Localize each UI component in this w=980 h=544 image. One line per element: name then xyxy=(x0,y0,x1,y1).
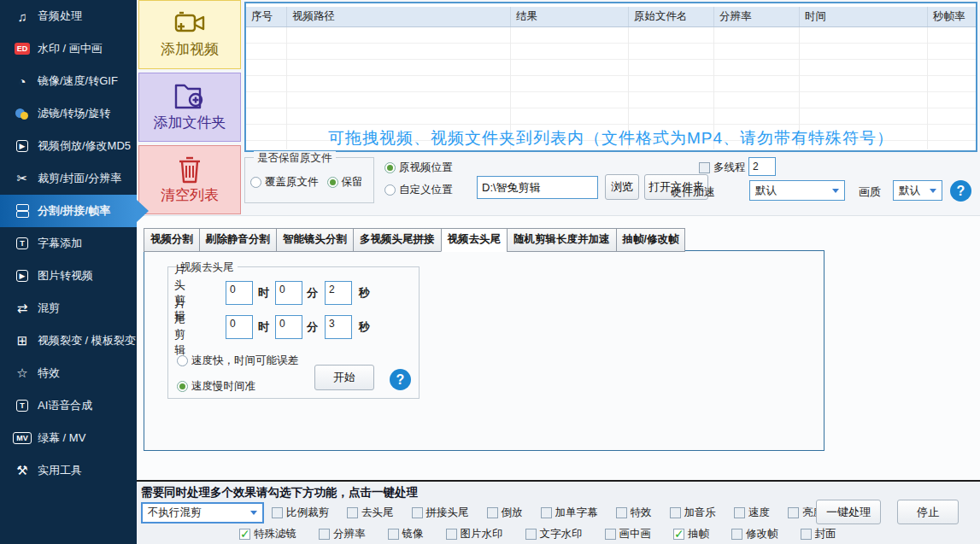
clear-list-label: 清空列表 xyxy=(161,185,219,205)
mix-mode-select[interactable]: 不执行混剪 xyxy=(141,502,264,524)
chevron-down-icon xyxy=(930,189,936,193)
help-icon[interactable]: ? xyxy=(390,369,411,390)
head-minute-input[interactable]: 0 xyxy=(275,281,302,305)
trim-group: 视频去头尾 片头剪辑 0 时 0 分 2 秒 片尾剪辑 0 时 0 分 3 秒 xyxy=(167,266,420,399)
column-header-resolution[interactable]: 分辨率 xyxy=(714,7,800,26)
sidebar-item-split-join-framerate[interactable]: 分割/拼接/帧率 xyxy=(0,195,137,227)
checkbox-frame-extract[interactable]: 抽帧 xyxy=(673,527,709,541)
column-header-path[interactable]: 视频路径 xyxy=(287,7,511,26)
sidebar-item-label: 裁剪/封面/分辨率 xyxy=(38,171,121,186)
tab-remove-silence[interactable]: 剔除静音分割 xyxy=(199,228,276,252)
main-content: 视频分割 剔除静音分割 智能镜头分割 多视频头尾拼接 视频去头尾 随机剪辑长度并… xyxy=(137,215,980,480)
tail-hour-input[interactable]: 0 xyxy=(226,315,253,339)
add-video-button[interactable]: 添加视频 xyxy=(138,0,241,69)
checkbox-add-music[interactable]: 加音乐 xyxy=(670,506,717,520)
overwrite-original-radio[interactable]: 覆盖原文件 xyxy=(250,175,319,190)
output-path-input[interactable]: D:\智兔剪辑 xyxy=(477,176,598,199)
original-position-radio[interactable]: 原视频位置 xyxy=(384,161,453,175)
multithread-checkbox[interactable]: 多线程 xyxy=(699,161,746,175)
checkbox-single-subtitle[interactable]: 加单字幕 xyxy=(541,506,598,520)
quality-label: 画质 xyxy=(859,184,881,200)
sidebar-item-mix-cut[interactable]: ⇄ 混剪 xyxy=(0,292,137,325)
tab-video-split[interactable]: 视频分割 xyxy=(144,228,199,252)
checkbox-image-watermark[interactable]: 图片水印 xyxy=(446,527,503,541)
sidebar-item-filter-transition-rotate[interactable]: 滤镜/转场/旋转 xyxy=(0,97,137,130)
clear-list-button[interactable]: 清空列表 xyxy=(138,145,241,214)
sidebar-item-ai-voice[interactable]: T AI语音合成 xyxy=(0,389,137,422)
tab-random-cut-speed[interactable]: 随机剪辑长度并加速 xyxy=(507,228,616,252)
sidebar-item-label: 分割/拼接/帧率 xyxy=(38,203,110,219)
column-header-fps[interactable]: 秒帧率 xyxy=(928,7,976,26)
column-header-result[interactable]: 结果 xyxy=(511,7,629,26)
sidebar-item-audio[interactable]: ♫ 音频处理 xyxy=(0,0,137,32)
checkbox-on-icon xyxy=(239,529,250,540)
quality-select[interactable]: 默认 xyxy=(893,180,942,201)
sidebar-item-image-to-video[interactable]: ▶ 图片转视频 xyxy=(0,260,137,292)
fast-mode-radio[interactable]: 速度快，时间可能误差 xyxy=(177,354,298,368)
sidebar-item-effects[interactable]: ☆ 特效 xyxy=(0,357,137,389)
checkbox-off-icon xyxy=(699,162,710,173)
checkbox-modify-frame[interactable]: 修改帧 xyxy=(731,527,778,541)
column-header-filename[interactable]: 原始文件名 xyxy=(629,7,714,26)
checkbox-pip[interactable]: 画中画 xyxy=(605,527,652,541)
drag-drop-hint: 可拖拽视频、视频文件夹到列表内（文件格式为MP4、请勿带有特殊符号） xyxy=(246,127,976,149)
video-list-table[interactable]: 序号 视频路径 结果 原始文件名 分辨率 时间 秒帧率 可拖拽视频、视频文件夹到… xyxy=(244,2,977,152)
checkbox-reverse[interactable]: 倒放 xyxy=(487,506,523,520)
checkbox-off-icon xyxy=(272,507,283,518)
radio-on-icon xyxy=(327,177,338,188)
keep-original-radio[interactable]: 保留 xyxy=(327,175,363,190)
checkbox-special-filter[interactable]: 特殊滤镜 xyxy=(239,527,296,541)
tab-bar: 视频分割 剔除静音分割 智能镜头分割 多视频头尾拼接 视频去头尾 随机剪辑长度并… xyxy=(144,228,685,252)
table-header-row: 序号 视频路径 结果 原始文件名 分辨率 时间 秒帧率 xyxy=(246,7,976,27)
hw-accel-select[interactable]: 默认 xyxy=(749,180,845,201)
stop-button[interactable]: 停止 xyxy=(897,500,959,524)
custom-position-radio[interactable]: 自定义位置 xyxy=(384,183,453,197)
radio-off-icon xyxy=(250,177,261,188)
help-icon[interactable]: ? xyxy=(950,180,971,202)
tab-smart-shot-split[interactable]: 智能镜头分割 xyxy=(276,228,353,252)
tail-second-input[interactable]: 3 xyxy=(325,315,352,339)
sidebar-item-utility-tools[interactable]: ⚒ 实用工具 xyxy=(0,454,137,487)
sidebar-item-mirror-speed-gif[interactable]: ◔ 镜像/速度/转GIF xyxy=(0,65,137,97)
tail-minute-input[interactable]: 0 xyxy=(275,315,302,339)
head-second-input[interactable]: 2 xyxy=(325,281,352,305)
checkbox-off-icon xyxy=(487,507,498,518)
sidebar-item-reverse-md5[interactable]: ▶ 视频倒放/修改MD5 xyxy=(0,130,137,162)
checkbox-off-icon xyxy=(525,529,537,540)
sidebar-item-label: 镜像/速度/转GIF xyxy=(38,73,118,89)
start-button[interactable]: 开始 xyxy=(314,365,374,390)
checkbox-cover[interactable]: 封面 xyxy=(801,527,836,541)
tab-multi-join[interactable]: 多视频头尾拼接 xyxy=(353,228,441,252)
second-unit-label: 秒 xyxy=(359,285,370,301)
browse-button[interactable]: 浏览 xyxy=(605,174,639,200)
tab-frame-extract[interactable]: 抽帧/修改帧 xyxy=(616,228,686,252)
checkbox-on-icon xyxy=(673,529,684,540)
checkbox-trim-head-tail[interactable]: 去头尾 xyxy=(347,506,394,520)
checkbox-text-watermark[interactable]: 文字水印 xyxy=(525,527,583,541)
one-click-process-button[interactable]: 一键处理 xyxy=(816,500,881,524)
add-folder-button[interactable]: 添加文件夹 xyxy=(138,73,241,142)
accurate-mode-radio[interactable]: 速度慢时间准 xyxy=(177,379,255,394)
sidebar-item-crop-cover-resolution[interactable]: ✂ 裁剪/封面/分辨率 xyxy=(0,162,137,195)
sidebar-item-greenscreen-mv[interactable]: MV 绿幕 / MV xyxy=(0,422,137,454)
sidebar-item-subtitle[interactable]: T 字幕添加 xyxy=(0,227,137,260)
sidebar-item-watermark[interactable]: ED 水印 / 画中画 xyxy=(0,32,137,65)
sidebar-item-label: 音频处理 xyxy=(38,9,82,24)
sidebar: ♫ 音频处理 ED 水印 / 画中画 ◔ 镜像/速度/转GIF 滤镜/转场/旋转… xyxy=(0,0,137,544)
sidebar-item-label: 滤镜/转场/旋转 xyxy=(38,106,110,121)
checkbox-ratio-crop[interactable]: 比例裁剪 xyxy=(272,506,329,520)
sidebar-item-video-fission[interactable]: ⊞ 视频裂变 / 模板裂变 xyxy=(0,325,137,357)
checkbox-resolution[interactable]: 分辨率 xyxy=(319,527,366,541)
thread-count-input[interactable]: 2 xyxy=(748,157,776,176)
batch-instruction: 需要同时处理多个效果请勾选下方功能，点击一键处理 xyxy=(141,485,418,500)
checkbox-join-head-tail[interactable]: 拼接头尾 xyxy=(412,506,469,520)
checkbox-speed[interactable]: 速度 xyxy=(734,506,770,520)
tab-trim-head-tail[interactable]: 视频去头尾 xyxy=(441,228,508,252)
checkbox-effects[interactable]: 特效 xyxy=(616,506,652,520)
checkbox-off-icon xyxy=(616,507,627,518)
column-header-index[interactable]: 序号 xyxy=(246,7,287,26)
checkbox-mirror[interactable]: 镜像 xyxy=(388,527,424,541)
column-header-time[interactable]: 时间 xyxy=(800,7,928,26)
speed-gauge-icon: ◔ xyxy=(12,74,32,89)
head-hour-input[interactable]: 0 xyxy=(226,281,253,305)
